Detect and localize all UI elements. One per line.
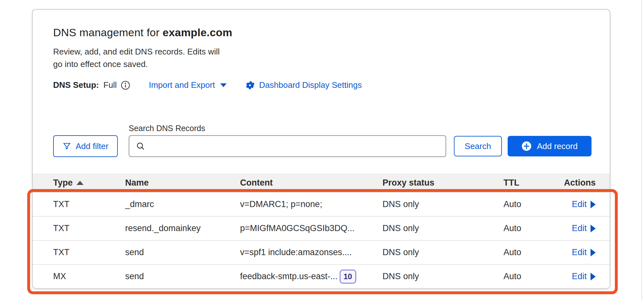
cell-ttl: Auto	[503, 199, 564, 209]
edit-label: Edit	[572, 247, 587, 257]
cell-record-name: send	[125, 271, 240, 281]
import-export-link[interactable]: Import and Export	[149, 80, 227, 90]
cell-record-name: _dmarc	[125, 199, 240, 209]
table-row: MX send feedback-smtp.us-east-... 10 DNS…	[33, 264, 610, 288]
chevron-right-icon	[591, 273, 596, 280]
info-icon[interactable]	[121, 80, 130, 90]
search-icon	[136, 141, 145, 151]
record-content-text: v=spf1 include:amazonses....	[240, 247, 352, 257]
table-header-row: Type Name Content Proxy status TTL Actio…	[33, 173, 610, 192]
cell-record-type: MX	[53, 271, 125, 281]
dashboard-display-settings-link[interactable]: Dashboard Display Settings	[245, 80, 362, 90]
add-record-button[interactable]: Add record	[508, 136, 592, 156]
search-box	[129, 135, 446, 157]
page-subtitle: Review, add, and edit DNS records. Edits…	[53, 46, 220, 71]
cell-record-type: TXT	[53, 199, 125, 209]
column-header-proxy-status[interactable]: Proxy status	[382, 178, 503, 188]
sort-ascending-icon	[76, 181, 84, 185]
cell-proxy-status: DNS only	[382, 199, 503, 209]
page-title-prefix: DNS management for	[53, 26, 163, 38]
page-edge-divider	[641, 0, 642, 300]
cell-record-content: feedback-smtp.us-east-... 10	[240, 270, 382, 284]
search-button-label: Search	[465, 141, 491, 151]
import-export-label: Import and Export	[149, 80, 215, 90]
chevron-right-icon	[591, 249, 596, 256]
cell-ttl: Auto	[503, 247, 564, 257]
subtitle-line: Review, add, and edit DNS records. Edits…	[53, 46, 220, 58]
add-filter-label: Add filter	[76, 141, 109, 151]
edit-label: Edit	[572, 223, 587, 233]
table-row: TXT resend._domainkey p=MIGfMA0GCSqGSIb3…	[33, 216, 610, 240]
edit-record-button[interactable]: Edit	[572, 223, 596, 233]
cell-proxy-status: DNS only	[382, 223, 503, 233]
table-row: TXT _dmarc v=DMARC1; p=none; DNS only Au…	[33, 192, 610, 216]
page-title-domain: example.com	[163, 26, 232, 38]
page-title: DNS management for example.com	[53, 26, 232, 39]
search-input[interactable]	[150, 136, 439, 156]
dns-setup-value: Full	[103, 80, 117, 90]
dns-management-card: DNS management for example.com Review, a…	[32, 9, 610, 288]
cell-record-name: send	[125, 247, 240, 257]
cell-record-type: TXT	[53, 247, 125, 257]
column-header-actions: Actions	[564, 178, 596, 188]
chevron-right-icon	[591, 201, 596, 208]
cell-ttl: Auto	[503, 223, 564, 233]
cell-proxy-status: DNS only	[382, 247, 503, 257]
search-button[interactable]: Search	[454, 136, 502, 156]
add-filter-button[interactable]: Add filter	[53, 135, 118, 157]
dns-setup-label: DNS Setup:	[53, 80, 99, 90]
cell-record-content: v=spf1 include:amazonses....	[240, 247, 382, 257]
dns-setup-row: DNS Setup: Full Import and Export Dashbo…	[53, 80, 362, 90]
cell-record-content: p=MIGfMA0GCSqGSIb3DQ...	[240, 223, 382, 233]
record-content-text: p=MIGfMA0GCSqGSIb3DQ...	[240, 223, 355, 233]
search-dns-records-label: Search DNS Records	[129, 124, 205, 133]
edit-record-button[interactable]: Edit	[572, 247, 596, 257]
chevron-right-icon	[591, 225, 596, 232]
priority-badge: 10	[340, 270, 356, 284]
gear-icon	[245, 80, 255, 90]
record-content-text: v=DMARC1; p=none;	[240, 199, 322, 209]
cell-proxy-status: DNS only	[382, 271, 503, 281]
column-header-type-label: Type	[53, 178, 73, 188]
table-body: TXT _dmarc v=DMARC1; p=none; DNS only Au…	[33, 192, 610, 288]
record-content-text: feedback-smtp.us-east-...	[240, 271, 338, 281]
cell-actions: Edit	[564, 247, 596, 257]
column-header-ttl[interactable]: TTL	[503, 178, 564, 188]
column-header-type[interactable]: Type	[53, 178, 125, 188]
cell-actions: Edit	[564, 223, 596, 233]
cell-actions: Edit	[564, 199, 596, 209]
edit-label: Edit	[572, 271, 587, 281]
cell-record-type: TXT	[53, 223, 125, 233]
cell-ttl: Auto	[503, 271, 564, 281]
subtitle-line: go into effect once saved.	[53, 58, 220, 71]
cell-actions: Edit	[564, 271, 596, 281]
dashboard-display-settings-label: Dashboard Display Settings	[259, 80, 362, 90]
filter-funnel-icon	[62, 142, 71, 151]
edit-label: Edit	[572, 199, 587, 209]
cell-record-content: v=DMARC1; p=none;	[240, 199, 382, 209]
chevron-down-icon	[220, 83, 227, 87]
cell-record-name: resend._domainkey	[125, 223, 240, 233]
edit-record-button[interactable]: Edit	[572, 199, 596, 209]
plus-circle-icon	[521, 141, 532, 151]
column-header-name[interactable]: Name	[125, 178, 240, 188]
column-header-content[interactable]: Content	[240, 178, 382, 188]
add-record-label: Add record	[537, 141, 577, 151]
table-row: TXT send v=spf1 include:amazonses.... DN…	[33, 240, 610, 264]
edit-record-button[interactable]: Edit	[572, 271, 596, 281]
